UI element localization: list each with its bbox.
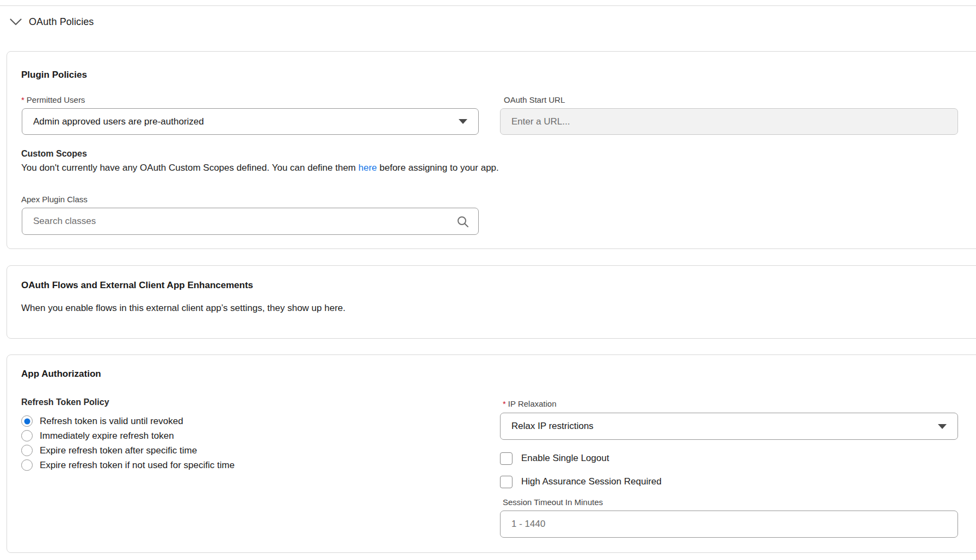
enable-single-logout-row[interactable]: Enable Single Logout	[500, 452, 609, 465]
custom-scopes-text-after: before assigning to your app.	[377, 163, 499, 173]
session-timeout-label: Session Timeout In Minutes	[503, 497, 603, 507]
oauth-flows-card: OAuth Flows and External Client App Enha…	[7, 265, 976, 339]
oauth-flows-description: When you enable flows in this external c…	[21, 303, 345, 314]
checkbox-label: High Assurance Session Required	[521, 476, 662, 487]
permitted-users-select[interactable]: Admin approved users are pre-authorized	[22, 108, 479, 135]
custom-scopes-label: Custom Scopes	[21, 149, 87, 159]
section-title: OAuth Policies	[29, 16, 94, 28]
plugin-policies-heading: Plugin Policies	[21, 70, 87, 80]
radio-button[interactable]	[21, 445, 33, 456]
radio-label: Expire refresh token after specific time	[40, 445, 197, 456]
permitted-users-label: *Permitted Users	[21, 95, 85, 104]
ip-relaxation-value: Relax IP restrictions	[511, 421, 594, 432]
oauth-start-url-input[interactable]	[500, 108, 958, 135]
radio-option-expire-if-not-used[interactable]: Expire refresh token if not used for spe…	[21, 458, 234, 472]
radio-option-immediately-expire[interactable]: Immediately expire refresh token	[21, 428, 234, 443]
enable-single-logout-checkbox[interactable]	[500, 452, 512, 465]
ip-relaxation-select[interactable]: Relax IP restrictions	[500, 413, 958, 440]
plugin-policies-card: Plugin Policies *Permitted Users Admin a…	[7, 51, 976, 249]
ip-relaxation-label: *IP Relaxation	[503, 399, 557, 408]
session-timeout-input[interactable]	[500, 511, 958, 538]
high-assurance-session-checkbox[interactable]	[500, 476, 512, 488]
custom-scopes-text: You don't currently have any OAuth Custo…	[21, 163, 499, 173]
high-assurance-session-row[interactable]: High Assurance Session Required	[500, 475, 662, 488]
radio-button[interactable]	[21, 430, 33, 441]
radio-option-valid-until-revoked[interactable]: Refresh token is valid until revoked	[21, 414, 234, 428]
radio-label: Expire refresh token if not used for spe…	[40, 460, 234, 471]
caret-down-icon	[938, 424, 947, 429]
refresh-token-policy-radio-group: Refresh token is valid until revoked Imm…	[21, 414, 234, 472]
custom-scopes-text-before: You don't currently have any OAuth Custo…	[21, 163, 359, 173]
apex-plugin-class-search-input[interactable]	[22, 208, 479, 235]
radio-label: Refresh token is valid until revoked	[40, 416, 183, 427]
app-authorization-card: App Authorization Refresh Token Policy R…	[7, 354, 976, 553]
chevron-down-icon[interactable]	[10, 18, 22, 26]
radio-label: Immediately expire refresh token	[40, 431, 174, 441]
app-authorization-heading: App Authorization	[21, 369, 101, 379]
oauth-start-url-label: OAuth Start URL	[504, 95, 565, 104]
caret-down-icon	[459, 119, 467, 124]
oauth-policies-page: OAuth Policies Plugin Policies *Permitte…	[0, 0, 976, 560]
custom-scopes-here-link[interactable]: here	[359, 163, 377, 173]
radio-button[interactable]	[21, 415, 33, 427]
apex-plugin-class-label: Apex Plugin Class	[21, 195, 88, 204]
radio-option-expire-after-time[interactable]: Expire refresh token after specific time	[21, 443, 234, 458]
oauth-flows-heading: OAuth Flows and External Client App Enha…	[21, 280, 253, 291]
checkbox-label: Enable Single Logout	[521, 453, 609, 464]
required-asterisk: *	[503, 399, 506, 408]
permitted-users-value: Admin approved users are pre-authorized	[33, 116, 204, 127]
oauth-policies-section-header[interactable]: OAuth Policies	[10, 16, 94, 28]
refresh-token-policy-label: Refresh Token Policy	[21, 397, 109, 407]
required-asterisk: *	[21, 95, 24, 104]
top-divider	[0, 5, 976, 6]
radio-button[interactable]	[21, 459, 33, 471]
